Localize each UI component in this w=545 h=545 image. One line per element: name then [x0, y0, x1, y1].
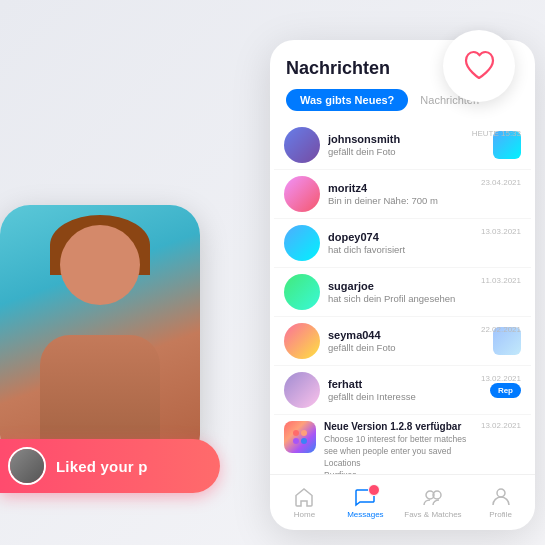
messages-icon [354, 486, 376, 508]
msg-name: johnsonsmith [328, 133, 487, 145]
nav-favs[interactable]: Favs & Matches [404, 486, 461, 519]
liked-notification-text: Liked your p [56, 458, 148, 475]
system-title: Neue Version 1.2.8 verfügbar [324, 421, 477, 432]
msg-name: ferhatt [328, 378, 484, 390]
msg-avatar [284, 274, 320, 310]
msg-text: Bin in deiner Nähe: 700 m [328, 195, 521, 206]
msg-text: gefällt dein Foto [328, 342, 487, 353]
profile-label: Profile [489, 510, 512, 519]
message-item[interactable]: johnsonsmith gefällt dein Foto HEUTE 15:… [274, 121, 531, 170]
messages-list: johnsonsmith gefällt dein Foto HEUTE 15:… [270, 121, 535, 474]
msg-text: gefällt dein Foto [328, 146, 487, 157]
nav-home[interactable]: Home [282, 486, 326, 519]
heart-icon [460, 47, 498, 85]
msg-time: 13.03.2021 [481, 227, 521, 236]
rep-badge: Rep [490, 383, 521, 398]
message-item[interactable]: sugarjoe hat sich dein Profil angesehen … [274, 268, 531, 317]
system-time: 13.02.2021 [481, 421, 521, 430]
system-content: Neue Version 1.2.8 verfügbar Choose 10 i… [324, 421, 477, 474]
home-label: Home [294, 510, 315, 519]
msg-content: johnsonsmith gefällt dein Foto [328, 133, 487, 157]
msg-content: seyma044 gefällt dein Foto [328, 329, 487, 353]
heart-circle[interactable] [443, 30, 515, 102]
liked-notification-avatar [8, 447, 46, 485]
msg-time: 22.02.2021 [481, 325, 521, 334]
msg-name: seyma044 [328, 329, 487, 341]
home-icon [293, 486, 315, 508]
msg-avatar [284, 372, 320, 408]
msg-avatar [284, 127, 320, 163]
system-icon [284, 421, 316, 453]
message-item[interactable]: ferhatt gefällt dein Interesse Rep 13.02… [274, 366, 531, 415]
tab-new[interactable]: Was gibts Neues? [286, 89, 408, 111]
favs-label: Favs & Matches [404, 510, 461, 519]
messages-badge [368, 484, 380, 496]
svg-point-2 [497, 489, 505, 497]
msg-time: 11.03.2021 [481, 276, 521, 285]
message-item[interactable]: dopey074 hat dich favorisiert 13.03.2021 [274, 219, 531, 268]
profile-icon [490, 486, 512, 508]
phone-card: Nachrichten Was gibts Neues? Nachrichten… [270, 40, 535, 530]
msg-time: 13.02.2021 [481, 374, 521, 383]
system-update-item[interactable]: Neue Version 1.2.8 verfügbar Choose 10 i… [274, 415, 531, 474]
msg-avatar [284, 323, 320, 359]
msg-content: ferhatt gefällt dein Interesse [328, 378, 484, 402]
message-item[interactable]: seyma044 gefällt dein Foto 22.02.2021 [274, 317, 531, 366]
msg-avatar [284, 176, 320, 212]
favs-icon [422, 486, 444, 508]
msg-text: hat sich dein Profil angesehen [328, 293, 521, 304]
msg-avatar [284, 225, 320, 261]
nav-messages[interactable]: Messages [343, 486, 387, 519]
msg-text: gefällt dein Interesse [328, 391, 484, 402]
msg-text: hat dich favorisiert [328, 244, 521, 255]
nav-profile[interactable]: Profile [479, 486, 523, 519]
bottom-nav: Home Messages Favs & Matches [270, 474, 535, 530]
liked-notification: Liked your p [0, 439, 220, 493]
message-item[interactable]: moritz4 Bin in deiner Nähe: 700 m 23.04.… [274, 170, 531, 219]
msg-time: 23.04.2021 [481, 178, 521, 187]
messages-label: Messages [347, 510, 383, 519]
system-text: Choose 10 interest for better matchessee… [324, 434, 477, 474]
msg-time: HEUTE 15:33 [472, 129, 521, 138]
profile-photo [0, 205, 200, 465]
